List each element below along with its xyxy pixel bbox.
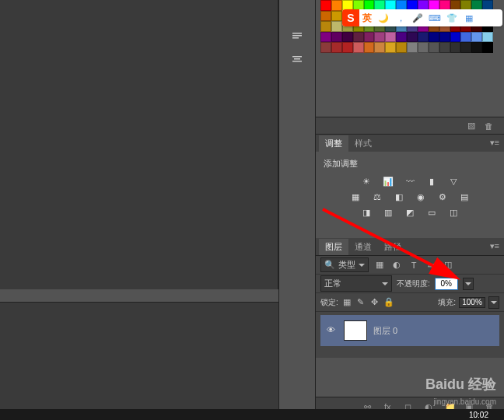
swatch[interactable] [374,32,385,43]
swatch[interactable] [320,0,331,11]
trash-icon[interactable]: 🗑 [485,121,493,131]
bw-icon[interactable]: ◧ [392,191,406,202]
tab-channels[interactable]: 通道 [348,239,378,255]
swatch[interactable] [471,42,482,53]
swatch[interactable] [460,32,471,43]
swatch[interactable] [342,42,353,53]
layer-thumbnail[interactable] [344,320,367,341]
panel-menu-icon[interactable]: ▾≡ [490,241,499,251]
keyboard-icon[interactable]: ⌨ [428,11,442,25]
swatch[interactable] [364,42,375,53]
swatch[interactable] [320,42,331,53]
lock-brush-icon[interactable]: ✎ [355,297,366,308]
filter-smart-icon[interactable]: ◫ [442,260,454,271]
moon-icon[interactable]: 🌙 [376,11,390,25]
filter-type-select[interactable]: 🔍 类型 [320,257,369,272]
swatch[interactable] [439,42,450,53]
channel-mixer-icon[interactable]: ⚙ [436,191,450,202]
balance-icon[interactable]: ⚖ [370,191,384,202]
swatch[interactable] [353,42,364,53]
levels-icon[interactable]: 📊 [381,176,395,187]
gradient-map-icon[interactable]: ▭ [425,207,439,218]
swatch[interactable] [353,32,364,43]
new-swatch-icon[interactable]: ▧ [467,121,475,131]
swatch[interactable] [342,32,353,43]
swatch-grid [320,0,493,53]
filter-shape-icon[interactable]: ▱ [425,260,437,271]
filter-type-icon[interactable]: T [408,260,420,271]
posterize-icon[interactable]: ▥ [381,207,395,218]
tab-styles[interactable]: 样式 [348,135,378,152]
layer-name[interactable]: 图层 0 [373,325,397,337]
lock-position-icon[interactable]: ✥ [369,297,380,308]
swatch[interactable] [331,21,342,32]
lock-transparency-icon[interactable]: ▦ [341,297,352,308]
colorlookup-icon[interactable]: ▤ [457,191,471,202]
ime-language[interactable]: 英 [362,12,372,25]
chevron-down-icon [382,282,388,285]
visibility-icon[interactable]: 👁 [327,325,338,336]
swatch[interactable] [396,32,407,43]
invert-icon[interactable]: ◨ [359,207,373,218]
canvas-area[interactable] [0,0,278,289]
panel-menu-icon[interactable]: ▾≡ [490,138,499,148]
swatch[interactable] [396,42,407,53]
skin-icon[interactable]: 👕 [445,11,459,25]
swatch[interactable] [331,42,342,53]
swatch[interactable] [407,32,418,43]
mic-icon[interactable]: 🎤 [411,11,425,25]
opacity-dropdown-button[interactable] [463,278,474,290]
threshold-icon[interactable]: ◩ [403,207,417,218]
paragraph-icon[interactable] [287,28,307,45]
lock-all-icon[interactable]: 🔒 [383,297,394,308]
watermark-url: jingyan.baidu.com [433,397,496,406]
layers-tabs: 图层 通道 路径 ▾≡ [316,238,504,255]
opacity-input[interactable] [435,278,458,290]
swatch[interactable] [374,42,385,53]
swatch[interactable] [450,32,461,43]
photo-filter-icon[interactable]: ◉ [414,191,428,202]
swatch[interactable] [460,42,471,53]
swatch[interactable] [320,32,331,43]
swatch[interactable] [418,32,429,43]
selective-color-icon[interactable]: ◫ [446,207,460,218]
swatch[interactable] [471,32,482,43]
swatch[interactable] [482,42,493,53]
swatch[interactable] [364,32,375,43]
brightness-icon[interactable]: ☀ [359,176,373,187]
tab-adjustments[interactable]: 调整 [319,135,348,152]
curves-icon[interactable]: 〰 [403,176,417,187]
swatch[interactable] [439,32,450,43]
svg-rect-0 [292,33,302,34]
swatch[interactable] [418,42,429,53]
swatch[interactable] [331,11,342,22]
fill-label: 填充: [438,297,456,308]
swatch[interactable] [331,0,342,11]
filter-pixel-icon[interactable]: ▦ [373,260,386,271]
swatch[interactable] [331,32,342,43]
swatch[interactable] [482,32,493,43]
swatch[interactable] [320,11,331,22]
swatch[interactable] [450,42,461,53]
swatch[interactable] [407,42,418,53]
secondary-panel[interactable] [0,302,278,420]
character-icon[interactable] [287,51,307,68]
grid-icon[interactable]: ▦ [462,11,476,25]
layer-item[interactable]: 👁 图层 0 [320,315,499,346]
comma-icon[interactable]: ， [394,11,408,25]
swatch[interactable] [429,32,439,43]
tab-layers[interactable]: 图层 [319,239,348,255]
fill-input[interactable]: 100% [459,297,485,308]
swatch[interactable] [385,42,396,53]
swatch[interactable] [429,42,439,53]
tab-paths[interactable]: 路径 [378,239,408,255]
exposure-icon[interactable]: ▮ [425,176,439,187]
filter-adjust-icon[interactable]: ◐ [390,260,403,271]
ime-toolbar[interactable]: S 英 🌙 ， 🎤 ⌨ 👕 ▦ [342,9,502,26]
swatch[interactable] [320,21,331,32]
swatch[interactable] [385,32,396,43]
hue-icon[interactable]: ▦ [348,191,362,202]
blend-mode-select[interactable]: 正常 [320,275,392,292]
vibrance-icon[interactable]: ▽ [446,176,460,187]
fill-dropdown-button[interactable] [488,296,499,309]
